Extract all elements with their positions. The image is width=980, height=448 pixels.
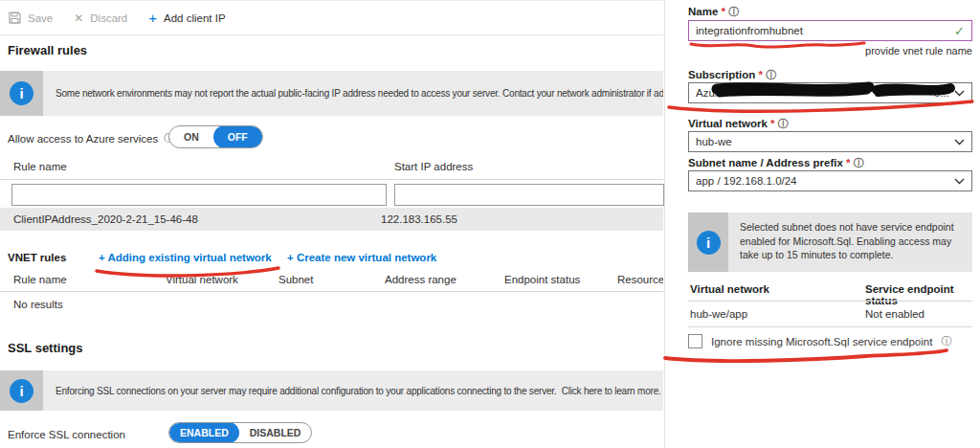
learn-more-link[interactable]: Click here to learn more.	[562, 386, 661, 396]
info-icon: ⓘ	[766, 69, 776, 81]
chevron-down-icon	[954, 139, 965, 146]
subnet-field-label: Subnet name / Address prefix * ⓘ	[688, 156, 864, 170]
create-new-vnet-link[interactable]: + Create new virtual network	[287, 252, 436, 263]
subscription-dropdown[interactable]: Azure o...	[688, 82, 972, 103]
vnet-no-results: No results	[13, 299, 63, 310]
ssl-settings-heading: SSL settings	[8, 341, 83, 355]
divider	[0, 291, 663, 292]
toggle-enabled-option[interactable]: ENABLED	[169, 422, 239, 443]
column-rule-name: Rule name	[13, 274, 166, 285]
divider	[688, 301, 972, 302]
subnet-dropdown[interactable]: app / 192.168.1.0/24	[688, 170, 972, 191]
rule-name-cell: ClientIPAddress_2020-2-21_15-46-48	[0, 213, 381, 225]
firewall-info-banner: i Some network environments may not repo…	[0, 71, 663, 116]
command-bar: Save ✕ Discard + Add client IP	[0, 0, 663, 35]
discard-button[interactable]: ✕ Discard	[74, 11, 127, 25]
vnet-rules-heading: VNET rules	[8, 252, 66, 263]
enforce-ssl-toggle[interactable]: ENABLED DISABLED	[168, 422, 312, 443]
column-endpoint-status: Endpoint status	[504, 274, 617, 285]
endpoint-status-cell: Not enabled	[865, 308, 924, 320]
name-input[interactable]: integrationfromhubnet ✓	[688, 20, 972, 41]
close-icon: ✕	[74, 11, 83, 25]
plus-icon: +	[148, 11, 157, 25]
virtual-network-field-label: Virtual network * ⓘ	[688, 117, 789, 131]
info-icon: ⓘ	[941, 334, 951, 348]
virtual-network-dropdown[interactable]: hub-we	[688, 131, 972, 152]
name-field-label: Name * ⓘ	[688, 5, 739, 19]
info-banner-icon: i	[697, 231, 721, 255]
column-virtual-network: Virtual network	[166, 274, 278, 285]
divider	[688, 326, 972, 327]
add-client-ip-button[interactable]: + Add client IP	[148, 11, 225, 25]
firewall-table-header: Rule name Start IP address	[13, 161, 473, 172]
create-vnet-rule-panel: Name * ⓘ integrationfromhubnet ✓ provide…	[664, 0, 980, 448]
endpoint-info-text: Selected subnet does not have service en…	[728, 213, 972, 272]
column-address-range: Address range	[385, 274, 504, 285]
ignore-endpoint-checkbox-row[interactable]: Ignore missing Microsoft.Sql service end…	[688, 334, 951, 348]
save-icon	[9, 11, 21, 24]
save-button[interactable]: Save	[9, 11, 53, 24]
add-existing-vnet-link[interactable]: + Adding existing virtual network	[99, 252, 272, 263]
save-label: Save	[28, 12, 53, 24]
valid-check-icon: ✓	[954, 24, 965, 38]
allow-azure-services-toggle[interactable]: ON OFF	[168, 125, 263, 148]
info-banner-icon: i	[10, 379, 33, 403]
toggle-on-option[interactable]: ON	[169, 125, 213, 148]
column-service-endpoint-status: Service endpoint status	[865, 283, 980, 306]
ssl-banner-text: Enforcing SSL connections on your server…	[56, 386, 562, 396]
subnet-value: app / 192.168.1.0/24	[696, 175, 797, 187]
ssl-info-banner: i Enforcing SSL connections on your serv…	[0, 370, 663, 411]
add-client-ip-label: Add client IP	[164, 12, 226, 24]
endpoint-vnet-cell: hub-we/app	[690, 308, 747, 320]
allow-azure-services-label: Allow access to Azure services	[8, 133, 158, 145]
ignore-endpoint-checkbox-label: Ignore missing Microsoft.Sql service end…	[711, 336, 932, 347]
ignore-endpoint-checkbox[interactable]	[688, 334, 702, 348]
firewall-rule-row[interactable]: ClientIPAddress_2020-2-21_15-46-48 122.1…	[0, 208, 663, 231]
discard-label: Discard	[90, 12, 127, 24]
column-virtual-network: Virtual network	[690, 283, 769, 295]
new-rule-name-input[interactable]	[11, 184, 387, 206]
column-resource-group: Resource gro	[617, 274, 663, 285]
column-start-ip: Start IP address	[394, 161, 473, 172]
subscription-field-label: Subscription * ⓘ	[688, 68, 776, 82]
toggle-disabled-option[interactable]: DISABLED	[239, 422, 312, 443]
subscription-value: Azure	[696, 87, 724, 99]
divider	[0, 179, 663, 180]
azure-sql-firewall-settings-screen: Save ✕ Discard + Add client IP Firewall …	[0, 0, 980, 448]
allow-azure-services-label-row: Allow access to Azure services ⓘ	[8, 131, 174, 146]
start-ip-cell: 122.183.165.55	[381, 213, 457, 225]
info-icon: ⓘ	[728, 6, 739, 18]
firewall-banner-text: Some network environments may not report…	[43, 71, 663, 116]
column-rule-name: Rule name	[13, 161, 394, 172]
firewall-rules-heading: Firewall rules	[8, 43, 87, 57]
name-value: integrationfromhubnet	[696, 25, 803, 36]
vnet-table-header: Rule name Virtual network Subnet Address…	[13, 274, 663, 285]
new-start-ip-input[interactable]	[394, 184, 664, 206]
virtual-network-value: hub-we	[696, 136, 732, 147]
enforce-ssl-label: Enforce SSL connection	[8, 429, 125, 440]
chevron-down-icon	[954, 90, 965, 97]
info-icon: ⓘ	[854, 157, 864, 169]
info-icon: ⓘ	[778, 118, 789, 130]
chevron-down-icon	[954, 178, 965, 185]
name-hint: provide vnet rule name	[688, 45, 972, 56]
subscription-value-trail: o...	[934, 87, 949, 99]
column-subnet: Subnet	[278, 274, 385, 285]
info-banner-icon: i	[10, 81, 33, 105]
toggle-off-option[interactable]: OFF	[213, 125, 262, 148]
endpoint-info-box: i Selected subnet does not have service …	[688, 213, 972, 272]
